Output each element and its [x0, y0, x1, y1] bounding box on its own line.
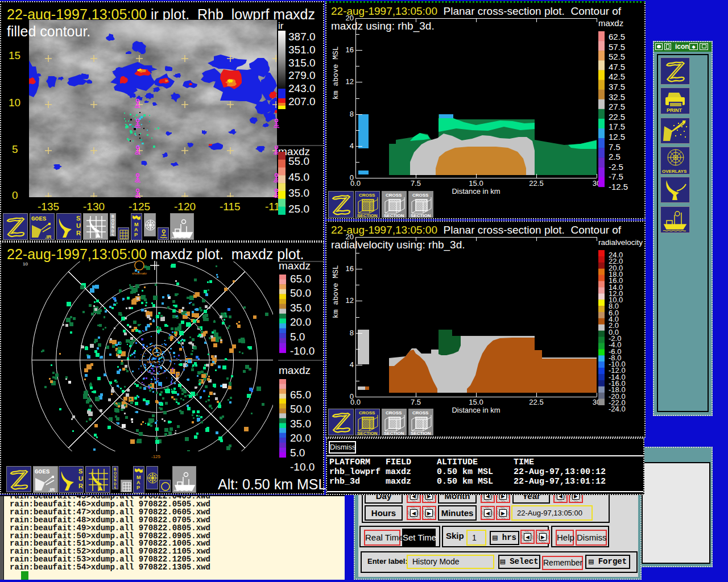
svg-text:N: N — [111, 225, 114, 229]
svg-text:243.0: 243.0 — [288, 82, 316, 94]
svg-text:CROSS: CROSS — [359, 410, 375, 415]
svg-text:GOES: GOES — [31, 215, 47, 222]
svg-text:-125: -125 — [151, 454, 161, 459]
svg-text:SECTION: SECTION — [357, 431, 378, 435]
svg-text:SECTION: SECTION — [384, 431, 404, 435]
svg-text:22.5: 22.5 — [609, 112, 625, 122]
svg-text:279.0: 279.0 — [288, 69, 316, 81]
svg-text:42.5: 42.5 — [609, 72, 625, 81]
svg-text:351.0: 351.0 — [288, 44, 316, 56]
svg-text:20: 20 — [346, 232, 354, 241]
svg-text:CROSS: CROSS — [412, 193, 429, 198]
svg-text:km above MSL: km above MSL — [332, 46, 340, 99]
svg-text:16: 16 — [346, 45, 354, 54]
svg-text:9-125-8: 9-125-8 — [147, 360, 159, 364]
svg-text:52.5: 52.5 — [609, 52, 625, 61]
svg-text:20: 20 — [346, 14, 354, 22]
svg-text:16: 16 — [346, 264, 354, 273]
svg-text:20.0: 20.0 — [290, 432, 311, 444]
svg-text:shoemakr: shoemakr — [132, 272, 147, 275]
svg-text:S: S — [111, 233, 114, 236]
svg-text:-2.5: -2.5 — [609, 162, 623, 172]
svg-text:50.0: 50.0 — [290, 287, 311, 299]
svg-text:22.5: 22.5 — [529, 398, 543, 406]
svg-text:SECTION: SECTION — [384, 213, 404, 218]
svg-text:U: U — [76, 222, 81, 229]
svg-text:4: 4 — [350, 360, 354, 369]
svg-text:5.0: 5.0 — [290, 331, 305, 343]
svg-text:8: 8 — [350, 110, 354, 118]
svg-text:0.0: 0.0 — [350, 398, 361, 406]
svg-text:47.5: 47.5 — [609, 62, 625, 72]
svg-text:7.5: 7.5 — [411, 398, 421, 406]
svg-text:CROSS: CROSS — [359, 193, 375, 198]
svg-text:20.0: 20.0 — [290, 316, 311, 328]
svg-text:CROSS: CROSS — [412, 410, 429, 415]
svg-text:D: D — [114, 482, 117, 486]
svg-text:-10.0: -10.0 — [290, 461, 315, 473]
svg-text:55.0: 55.0 — [288, 155, 309, 167]
svg-text:15.0: 15.0 — [469, 398, 483, 406]
svg-text:27.5: 27.5 — [609, 102, 625, 111]
svg-text:65.0: 65.0 — [290, 273, 311, 285]
svg-text:387.0: 387.0 — [288, 31, 316, 43]
svg-text:7.5: 7.5 — [411, 179, 421, 188]
svg-text:2.5: 2.5 — [609, 152, 621, 161]
svg-text:radialvelocity: radialvelocity — [598, 238, 643, 247]
svg-text:Distance in km: Distance in km — [452, 406, 500, 414]
svg-text:32.5: 32.5 — [609, 92, 625, 102]
svg-text:12: 12 — [346, 77, 354, 86]
svg-text:37.5: 37.5 — [609, 82, 625, 92]
svg-text:65.0: 65.0 — [290, 389, 311, 401]
svg-text:maxdz: maxdz — [279, 364, 311, 376]
svg-text:OVERLAYS: OVERLAYS — [662, 169, 687, 174]
svg-text:25.0: 25.0 — [288, 203, 309, 215]
svg-text:ir: ir — [278, 20, 284, 31]
svg-text:12.5: 12.5 — [609, 132, 625, 142]
svg-text:CROSS: CROSS — [386, 410, 402, 415]
svg-text:-24.0: -24.0 — [609, 405, 626, 413]
svg-text:CROSS: CROSS — [386, 193, 402, 198]
svg-text:0.0: 0.0 — [350, 179, 361, 188]
svg-text:km above MSL: km above MSL — [332, 265, 340, 318]
svg-text:207.0: 207.0 — [288, 95, 316, 107]
svg-text:B: B — [114, 467, 117, 471]
svg-text:5.0: 5.0 — [290, 447, 305, 459]
svg-text:Distance in km: Distance in km — [452, 187, 500, 196]
svg-text:10: 10 — [23, 261, 28, 267]
svg-text:45.0: 45.0 — [288, 171, 309, 183]
svg-text:P: P — [136, 485, 140, 490]
svg-text:-10.0: -10.0 — [290, 345, 315, 357]
svg-text:R: R — [76, 230, 81, 236]
svg-text:S: S — [78, 468, 82, 475]
svg-text:B: B — [111, 214, 114, 218]
svg-text:SECTION: SECTION — [411, 213, 431, 218]
svg-text:315.0: 315.0 — [288, 57, 316, 69]
svg-text:.IR: .IR — [48, 487, 55, 493]
svg-text:D: D — [111, 229, 114, 233]
svg-text:GOES: GOES — [35, 468, 50, 475]
svg-text:17.5: 17.5 — [609, 122, 625, 131]
svg-text:57.5: 57.5 — [609, 42, 625, 52]
svg-text:P: P — [134, 232, 138, 238]
svg-text:maxdz: maxdz — [279, 260, 311, 272]
svg-text:22.5: 22.5 — [529, 179, 543, 188]
svg-text:R: R — [78, 483, 83, 489]
svg-text:PRINT: PRINT — [667, 107, 682, 113]
svg-text:50.0: 50.0 — [290, 403, 311, 415]
svg-text:7.5: 7.5 — [609, 142, 621, 152]
svg-text:U: U — [78, 475, 83, 482]
svg-text:62.5: 62.5 — [609, 32, 625, 41]
svg-text:4: 4 — [350, 142, 354, 150]
svg-text:N: N — [114, 478, 117, 482]
svg-text:SECTION: SECTION — [411, 431, 431, 435]
svg-text:-12.5: -12.5 — [609, 182, 628, 192]
svg-text:maxdz: maxdz — [598, 18, 623, 28]
svg-text:8: 8 — [350, 329, 354, 337]
svg-text:35.0: 35.0 — [288, 187, 309, 199]
svg-text:15.0: 15.0 — [469, 179, 483, 188]
svg-text:S: S — [76, 215, 80, 222]
svg-text:35.0: 35.0 — [290, 418, 311, 430]
svg-text:-7.5: -7.5 — [609, 172, 623, 181]
svg-text:35.0: 35.0 — [290, 302, 311, 314]
